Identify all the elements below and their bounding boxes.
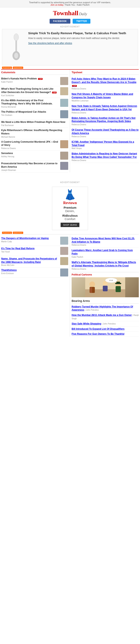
article-title[interactable]: We Need a Little More Milton Friedman Ri… <box>1 120 67 124</box>
article-thumb <box>60 140 68 148</box>
article-thumb <box>60 77 68 85</box>
svg-rect-10 <box>103 286 108 291</box>
article-title[interactable]: WaPo's Alternate Thanksgiving Menu to 'M… <box>72 261 139 268</box>
article-thumb <box>60 162 68 170</box>
ad-image <box>4 31 28 63</box>
article-author: Tim Graham <box>1 114 59 116</box>
list-item: New York State is Already Taking Action … <box>72 103 139 115</box>
article-author: Matt Vespa <box>72 147 139 150</box>
article-title[interactable]: Bill Introduced To Expand List Of Disqua… <box>72 327 139 331</box>
article-title[interactable]: Five Reasons For Gun Owners To Be Thankf… <box>72 332 139 336</box>
list-item: What's Next Thanksgiving Going to Look L… <box>1 86 68 98</box>
list-item: Prosecutorial Immunity Has Become a Lice… <box>1 161 68 172</box>
article-author: Erick Erickson <box>1 272 59 274</box>
article-title[interactable]: Poll Asks Voters Who They Want to Run in… <box>72 77 139 87</box>
article-title[interactable]: Prosecutorial Immunity Has Become a Lice… <box>1 162 59 169</box>
article-author: Rebecca Downs <box>72 268 139 270</box>
article-title[interactable]: Senseless <box>1 152 59 155</box>
list-item: Bill Introduced To Expand List Of Disqua… <box>72 326 139 332</box>
list-item: A Castro-Loving Communist Murdered JFK —… <box>1 139 68 151</box>
article-thumb <box>60 268 68 276</box>
list-item: WaPo's Alternate Thanksgiving Menu to 'M… <box>72 260 139 272</box>
ad-link[interactable]: See the shocking before and after photos <box>28 42 72 44</box>
article-author: Pat Buchanan <box>1 124 67 126</box>
political-cartoons-header: Political Cartoons <box>72 272 139 276</box>
ad-figure: 👗 <box>56 190 84 200</box>
list-item: Dollar Tree Announces Most Items Will No… <box>72 236 139 248</box>
article-title[interactable]: It's the 400th Anniversary of the First … <box>1 99 59 106</box>
article-title[interactable]: It's Time for Real Bail Reform <box>1 247 59 250</box>
logo-brand[interactable]: Townhall <box>53 10 78 16</box>
thank-you-text: Thank You - Katie Pavlich <box>64 4 90 6</box>
list-item: New Poll Shows A Majority of Voters Blam… <box>72 91 139 103</box>
two-column-section: Columnists Biden's Kamala Harris Problem… <box>1 69 139 172</box>
svg-rect-12 <box>116 286 121 292</box>
article-title[interactable]: New York State is Already Taking Action … <box>72 104 139 111</box>
article-author: Rebecca Downs <box>72 136 139 138</box>
twitter-button[interactable]: TWITTER <box>72 19 90 24</box>
article-thumb <box>60 87 68 95</box>
article-title[interactable]: What's Next Thanksgiving Going to Look L… <box>1 87 59 94</box>
columnists-header: Columnists <box>1 70 68 75</box>
ad-line2: Denim, <box>56 209 84 213</box>
article-title[interactable]: Biden Admin. is Taking Another Action on… <box>72 116 139 123</box>
article-title[interactable]: Name, Shame, and Prosecute the Perpetrat… <box>1 257 59 264</box>
facebook-button[interactable]: FACEBOOK <box>50 19 70 24</box>
list-item: Lawmakers Warn: Another Land Grab Is Com… <box>72 248 139 260</box>
svg-rect-8 <box>90 287 92 293</box>
article-title[interactable]: Biden Administration is Reacting to New … <box>72 152 139 159</box>
article-author: Joseph Bowman <box>1 169 59 171</box>
article-author: Ronna McDaniel <box>1 106 59 108</box>
svg-rect-14 <box>116 282 120 283</box>
article-thumb <box>60 247 68 255</box>
article-thumb <box>60 237 68 245</box>
mid-ad-label: ADVERTISEMENT <box>0 180 140 184</box>
article-title[interactable]: Robbery Turned Murder Highlights The Imp… <box>72 305 139 312</box>
article-title[interactable]: The Politics of Weaponized Car Attacks <box>1 110 59 114</box>
powered-by-mid: Powered by IQadvertiser <box>0 231 140 234</box>
ad-shop-button[interactable]: SHOP JEANS <box>60 223 80 227</box>
banner-text: Townhall is supported by advertising and… <box>29 1 111 4</box>
article-author: Katie Pavlich <box>72 256 139 258</box>
article-title[interactable]: Of Course These Accounts Used Thanksgivi… <box>72 128 139 135</box>
article-title[interactable]: ICYMI: Another 'Indigenous' Person Was E… <box>72 140 139 147</box>
svg-point-0 <box>14 34 18 41</box>
bottom-left-section: The Dangers of Misinformation on Vaping … <box>1 236 70 337</box>
list-item: Stay Safe While Shopping | John Petrolin… <box>72 321 139 326</box>
bottom-right-section: Dollar Tree Announces Most Items Will No… <box>70 236 139 337</box>
svg-point-3 <box>14 53 18 58</box>
article-title[interactable]: Stay Safe While Shopping | John Petrolin… <box>72 322 139 326</box>
article-title[interactable]: A Castro-Loving Communist Murdered JFK —… <box>1 140 59 147</box>
bottom-two-col: The Dangers of Misinformation on Vaping … <box>1 234 139 337</box>
bearing-arms-header: Bearing Arms <box>72 298 139 304</box>
join-link[interactable]: Join us today. <box>50 4 64 6</box>
list-item: Biden Admin. is Taking Another Action on… <box>72 115 139 127</box>
powered-by-label: Powered by <box>2 66 12 69</box>
cartoon-image: KYLE <box>72 277 139 297</box>
article-title[interactable]: Kyle Rittenhouse's Offense: Insufficient… <box>1 129 67 136</box>
article-title[interactable]: Dollar Tree Announces Most Items Will No… <box>72 237 139 244</box>
svg-text:KYLE: KYLE <box>110 280 113 281</box>
top-banner: Townhall is supported by advertising and… <box>0 0 140 8</box>
article-author: Rebecca Downs <box>72 124 139 126</box>
article-author: Madeline Leesman <box>72 100 139 102</box>
article-title[interactable]: How the Mumbai 26/11 Attack Made me a Gu… <box>72 314 139 320</box>
top-advertisement: Simple Trick To Easily Remove Plaque, Ta… <box>2 29 138 66</box>
article-title[interactable]: Lawmakers Warn: Another Land Grab Is Com… <box>72 249 139 256</box>
tipsheet-section: Tipsheet Poll Asks Voters Who They Want … <box>70 70 139 172</box>
list-item: Senseless Ashley Herzog <box>1 151 68 161</box>
svg-point-6 <box>90 282 95 287</box>
list-item: ICYMI: Another 'Indigenous' Person Was E… <box>72 139 139 151</box>
social-bar: FACEBOOK TWITTER <box>0 18 140 25</box>
powered-by: Powered by IQadvertiser <box>0 66 140 69</box>
logo-area: Townhall Daily <box>0 8 140 18</box>
article-title[interactable]: The Dangers of Misinformation on Vaping <box>1 237 59 240</box>
article-title[interactable]: Biden's Kamala Harris Problem ≡VIP <box>1 77 59 80</box>
mid-advertisement: 👗 Revtown Premium Denim, Ridiculous Comf… <box>0 184 140 231</box>
article-author: Michael Barone <box>1 136 67 138</box>
article-thumb <box>60 110 68 118</box>
article-title[interactable]: New Poll Shows A Majority of Voters Blam… <box>72 92 139 99</box>
article-author: Rebecca Downs <box>1 147 59 150</box>
article-title[interactable]: Thankfulness <box>1 268 59 272</box>
article-author: Ted Yocel <box>1 251 59 253</box>
